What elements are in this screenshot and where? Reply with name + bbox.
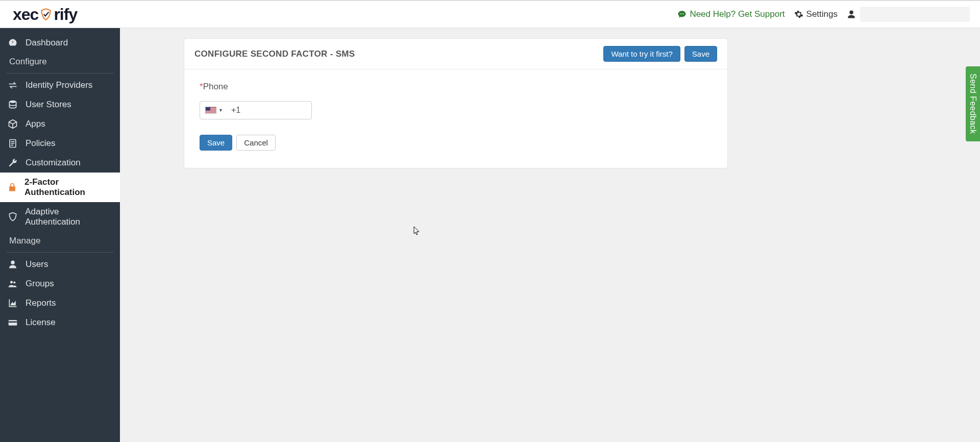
svg-point-6 xyxy=(13,281,15,283)
svg-point-2 xyxy=(683,13,684,14)
svg-rect-8 xyxy=(9,322,17,323)
svg-rect-7 xyxy=(9,320,17,326)
sidebar-item-policies[interactable]: Policies xyxy=(0,134,120,153)
sidebar-item-dashboard[interactable]: Dashboard xyxy=(0,33,120,53)
top-right: Need Help? Get Support Settings xyxy=(677,7,970,22)
shield-icon xyxy=(39,8,53,21)
sidebar-item-reports[interactable]: Reports xyxy=(0,293,120,313)
sidebar-item-label: Apps xyxy=(26,119,45,129)
wrench-icon xyxy=(7,158,18,168)
svg-point-0 xyxy=(680,13,681,14)
country-code: +1 xyxy=(226,106,240,115)
svg-point-3 xyxy=(9,101,16,103)
svg-point-5 xyxy=(10,281,13,283)
sidebar: Dashboard Configure Identity Providers U… xyxy=(0,28,120,442)
sidebar-section-manage: Manage xyxy=(0,232,120,250)
brand-part2: rify xyxy=(54,5,77,24)
sidebar-item-label: Adaptive Authentication xyxy=(25,207,113,227)
sidebar-item-label: Groups xyxy=(26,279,54,289)
sidebar-item-2fa[interactable]: 2-Factor Authentication xyxy=(0,173,120,202)
main-content: CONFIGURE SECOND FACTOR - SMS Want to tr… xyxy=(120,28,980,442)
sidebar-item-label: License xyxy=(26,317,56,328)
database-icon xyxy=(7,100,18,110)
brand-logo[interactable]: xec rify xyxy=(13,5,77,24)
sidebar-item-customization[interactable]: Customization xyxy=(0,153,120,173)
gear-icon xyxy=(794,10,803,19)
settings-label: Settings xyxy=(806,9,838,19)
panel-header: CONFIGURE SECOND FACTOR - SMS Want to tr… xyxy=(184,39,727,69)
sidebar-item-license[interactable]: License xyxy=(0,313,120,332)
lock-icon xyxy=(7,182,17,192)
chevron-down-icon: ▼ xyxy=(218,108,223,113)
users-icon xyxy=(7,279,18,289)
top-bar: xec rify Need Help? Get Support Settings xyxy=(0,0,980,28)
sidebar-item-label: Identity Providers xyxy=(26,80,92,90)
sidebar-item-apps[interactable]: Apps xyxy=(0,114,120,134)
dashboard-icon xyxy=(7,38,18,48)
sidebar-item-label: Policies xyxy=(26,138,56,149)
shield-outline-icon xyxy=(7,212,18,222)
phone-input-group: ▼ +1 xyxy=(200,101,312,119)
sidebar-item-users[interactable]: Users xyxy=(0,255,120,274)
svg-point-1 xyxy=(681,13,682,14)
try-it-button[interactable]: Want to try it first? xyxy=(603,46,680,62)
sidebar-item-label: Reports xyxy=(26,298,56,308)
chat-icon xyxy=(677,10,687,19)
settings-link[interactable]: Settings xyxy=(794,9,838,19)
exchange-icon xyxy=(7,80,18,90)
document-icon xyxy=(7,138,18,149)
sidebar-item-identity-providers[interactable]: Identity Providers xyxy=(0,76,120,95)
help-label: Need Help? Get Support xyxy=(690,9,785,19)
phone-label: *Phone xyxy=(200,82,712,92)
required-mark: * xyxy=(200,82,203,91)
user-menu[interactable] xyxy=(847,7,970,22)
brand-part1: xec xyxy=(13,5,38,24)
chart-icon xyxy=(7,298,18,308)
config-panel: CONFIGURE SECOND FACTOR - SMS Want to tr… xyxy=(184,38,728,168)
sidebar-item-label: Dashboard xyxy=(26,38,68,48)
save-top-button[interactable]: Save xyxy=(684,46,717,62)
panel-title: CONFIGURE SECOND FACTOR - SMS xyxy=(194,49,355,59)
cube-icon xyxy=(7,119,18,129)
sidebar-item-label: Customization xyxy=(26,158,81,168)
help-link[interactable]: Need Help? Get Support xyxy=(677,9,785,19)
us-flag-icon xyxy=(205,107,216,114)
sidebar-item-label: 2-Factor Authentication xyxy=(24,177,113,198)
divider xyxy=(6,252,114,253)
cancel-button[interactable]: Cancel xyxy=(236,135,276,151)
panel-body: *Phone ▼ +1 Save Cancel xyxy=(184,69,727,168)
card-icon xyxy=(7,317,18,328)
sidebar-item-label: Users xyxy=(26,259,48,269)
phone-input[interactable] xyxy=(240,106,351,115)
user-name-placeholder xyxy=(860,7,970,22)
sidebar-item-groups[interactable]: Groups xyxy=(0,274,120,293)
cursor-icon xyxy=(413,226,421,236)
sidebar-item-user-stores[interactable]: User Stores xyxy=(0,95,120,114)
send-feedback-tab[interactable]: Send Feedback xyxy=(966,66,980,141)
user-icon xyxy=(7,260,18,269)
save-button[interactable]: Save xyxy=(200,135,232,151)
sidebar-item-adaptive-auth[interactable]: Adaptive Authentication xyxy=(0,202,120,232)
country-selector[interactable]: ▼ xyxy=(200,107,226,114)
sidebar-section-configure: Configure xyxy=(0,53,120,71)
user-icon xyxy=(847,10,856,19)
divider xyxy=(6,73,114,73)
sidebar-item-label: User Stores xyxy=(26,100,71,110)
